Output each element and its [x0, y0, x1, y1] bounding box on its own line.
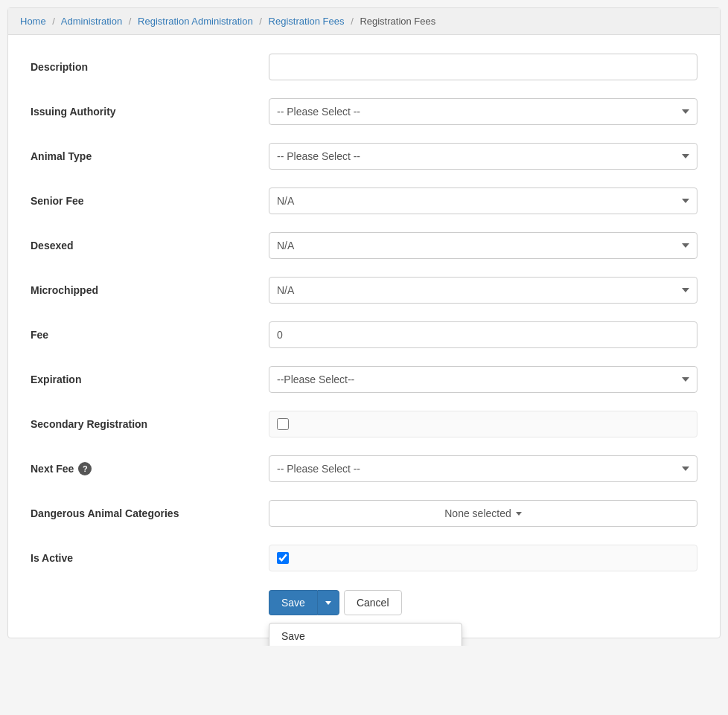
breadcrumb-sep-1: /	[52, 16, 55, 27]
is-active-wrap	[269, 545, 697, 571]
dropdown-save[interactable]: Save	[269, 623, 462, 646]
dangerous-animal-categories-multiselect[interactable]: None selected	[269, 500, 697, 527]
breadcrumb: Home / Administration / Registration Adm…	[8, 8, 720, 35]
label-next-fee: Next Fee ?	[31, 462, 269, 475]
control-next-fee: -- Please Select --	[269, 455, 697, 482]
label-description: Description	[31, 61, 269, 73]
control-fee	[269, 321, 697, 348]
save-button-group: Save Save Save Then Set Accounts Save An…	[269, 590, 339, 615]
issuing-authority-select[interactable]: -- Please Select --	[269, 98, 697, 125]
next-fee-info-icon[interactable]: ?	[78, 462, 92, 475]
control-desexed: N/A	[269, 232, 697, 259]
cancel-button[interactable]: Cancel	[344, 590, 402, 615]
field-row-microchipped: Microchipped N/A	[31, 273, 697, 307]
breadcrumb-current: Registration Fees	[360, 16, 435, 27]
secondary-registration-checkbox[interactable]	[277, 418, 289, 430]
control-dangerous-animal-categories: None selected	[269, 500, 697, 527]
senior-fee-select[interactable]: N/A	[269, 187, 697, 214]
next-fee-select[interactable]: -- Please Select --	[269, 455, 697, 482]
breadcrumb-sep-4: /	[351, 16, 354, 27]
form-container: Description Issuing Authority -- Please …	[8, 35, 720, 638]
desexed-select[interactable]: N/A	[269, 232, 697, 259]
page-wrapper: Home / Administration / Registration Adm…	[7, 7, 721, 638]
field-row-issuing-authority: Issuing Authority -- Please Select --	[31, 94, 697, 129]
field-row-animal-type: Animal Type -- Please Select --	[31, 139, 697, 173]
save-dropdown-toggle[interactable]	[317, 590, 339, 615]
control-description	[269, 54, 697, 80]
microchipped-select[interactable]: N/A	[269, 277, 697, 304]
control-senior-fee: N/A	[269, 187, 697, 214]
breadcrumb-sep-2: /	[129, 16, 132, 27]
breadcrumb-sep-3: /	[259, 16, 262, 27]
label-desexed: Desexed	[31, 240, 269, 251]
breadcrumb-registration-admin[interactable]: Registration Administration	[138, 16, 253, 27]
button-group: Save Save Save Then Set Accounts Save An…	[269, 590, 697, 615]
control-issuing-authority: -- Please Select --	[269, 98, 697, 125]
save-button[interactable]: Save	[269, 590, 317, 615]
expiration-select[interactable]: --Please Select--	[269, 366, 697, 393]
control-secondary-registration	[269, 411, 697, 437]
description-input[interactable]	[269, 54, 697, 80]
label-animal-type: Animal Type	[31, 150, 269, 162]
breadcrumb-home[interactable]: Home	[20, 16, 46, 27]
breadcrumb-administration[interactable]: Administration	[61, 16, 122, 27]
label-microchipped: Microchipped	[31, 284, 269, 296]
field-row-desexed: Desexed N/A	[31, 228, 697, 263]
label-senior-fee: Senior Fee	[31, 195, 269, 207]
secondary-registration-wrap	[269, 411, 697, 437]
label-is-active: Is Active	[31, 552, 269, 564]
control-expiration: --Please Select--	[269, 366, 697, 393]
field-row-fee: Fee	[31, 318, 697, 352]
animal-type-select[interactable]: -- Please Select --	[269, 143, 697, 170]
field-row-expiration: Expiration --Please Select--	[31, 362, 697, 397]
field-row-next-fee: Next Fee ? -- Please Select --	[31, 452, 697, 486]
label-expiration: Expiration	[31, 373, 269, 385]
field-row-dangerous-animal-categories: Dangerous Animal Categories None selecte…	[31, 496, 697, 530]
label-issuing-authority: Issuing Authority	[31, 106, 269, 118]
control-microchipped: N/A	[269, 277, 697, 304]
save-dropdown-caret	[325, 601, 331, 605]
label-fee: Fee	[31, 329, 269, 341]
field-row-secondary-registration: Secondary Registration	[31, 407, 697, 441]
label-secondary-registration: Secondary Registration	[31, 418, 269, 430]
breadcrumb-registration-fees-link[interactable]: Registration Fees	[269, 16, 345, 27]
multiselect-caret	[516, 512, 522, 516]
field-row-description: Description	[31, 50, 697, 84]
control-animal-type: -- Please Select --	[269, 143, 697, 170]
field-row-is-active: Is Active	[31, 541, 697, 575]
label-dangerous-animal-categories: Dangerous Animal Categories	[31, 507, 269, 519]
control-is-active	[269, 545, 697, 571]
save-dropdown-menu: Save Save Then Set Accounts Save And Add…	[269, 623, 462, 646]
fee-input[interactable]	[269, 321, 697, 348]
field-row-senior-fee: Senior Fee N/A	[31, 184, 697, 218]
is-active-checkbox[interactable]	[277, 552, 289, 564]
